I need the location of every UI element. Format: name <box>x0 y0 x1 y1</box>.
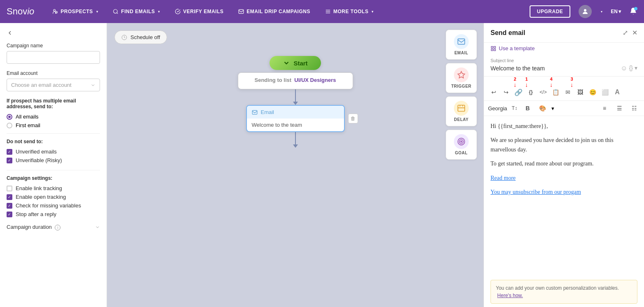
svg-rect-18 <box>491 49 493 51</box>
checkbox-link-tracking[interactable]: Enable link tracking <box>7 185 100 191</box>
subject-value[interactable]: Welcome to the team <box>491 65 617 72</box>
clipboard-button[interactable]: 📋 <box>550 86 561 98</box>
svg-rect-9 <box>252 110 257 114</box>
link-button[interactable]: 🔗 <box>513 86 524 98</box>
svg-rect-3 <box>239 9 244 13</box>
canvas-area: Schedule off Start Sending to list UI/UX… <box>107 23 484 307</box>
right-panel-icons: ⤢ ✕ <box>623 29 637 37</box>
top-navigation: Snovio PROSPECTS ▾ FIND EMAILS ▾ VERIFY … <box>0 0 644 23</box>
checkbox-unverifiable[interactable]: Unverifiable (Risky) <box>7 157 100 163</box>
email-node-wrapper: Email Welcome to the team 🗑 <box>246 105 345 132</box>
right-panel: Send email ⤢ ✕ Use a template Subject li… <box>484 23 644 307</box>
sending-to-node[interactable]: Sending to list UI/UX Designers <box>238 72 353 89</box>
email-greeting: Hi {{first_name:there}}, <box>491 122 637 131</box>
align-left-button[interactable]: ≡ <box>599 102 610 114</box>
node-type-trigger[interactable]: TRIGGER <box>446 63 477 93</box>
svg-rect-16 <box>491 46 493 48</box>
list-bullet-button[interactable]: ☰ <box>614 102 625 114</box>
email-para2: To get started, read more about our prog… <box>491 159 637 168</box>
avatar[interactable] <box>579 5 592 18</box>
svg-point-15 <box>460 141 462 142</box>
text-color-button[interactable]: 🎨 <box>537 102 548 114</box>
nav-more-tools[interactable]: MORE TOOLS ▾ <box>322 7 377 16</box>
use-template-button[interactable]: Use a template <box>484 43 644 54</box>
campaign-duration[interactable]: Campaign duration i <box>7 224 100 230</box>
radio-all-emails[interactable]: All emails <box>7 114 100 120</box>
radio-first-email[interactable]: First email <box>7 122 100 128</box>
svg-point-14 <box>459 140 463 144</box>
node-type-email[interactable]: EMAIL <box>446 30 477 60</box>
nav-find-emails[interactable]: FIND EMAILS ▾ <box>109 7 163 16</box>
nav-verify-emails[interactable]: VERIFY EMAILS <box>172 7 227 16</box>
checkbox-stop-reply[interactable]: Stop after a reply <box>7 211 100 217</box>
list-numbered-button[interactable]: ☷ <box>628 102 640 114</box>
variable-icon[interactable]: {} <box>629 65 633 72</box>
send-button[interactable]: ✉ <box>562 86 574 98</box>
checkbox-stop-reply-box <box>7 212 12 217</box>
campaign-name-input[interactable] <box>7 51 100 64</box>
schedule-button[interactable]: Schedule off <box>114 30 167 44</box>
node-type-goal[interactable]: GOAL <box>446 130 477 160</box>
font-selector[interactable]: Georgia <box>488 105 507 112</box>
subject-line-label: Subject line <box>491 58 637 63</box>
checkbox-unverifiable-box <box>7 158 12 163</box>
emoji-icon[interactable]: ☺ <box>621 65 627 72</box>
emoji-toolbar-button[interactable]: 😊 <box>587 86 598 98</box>
do-not-send-group: Unverified emails Unverifiable (Risky) <box>7 149 100 163</box>
checkbox-open-tracking[interactable]: Enable open tracking <box>7 194 100 200</box>
language-selector[interactable]: EN ▾ <box>611 9 621 14</box>
notification-bell[interactable] <box>629 7 637 16</box>
flow-arrow-2 <box>293 144 298 148</box>
checkbox-missing-vars[interactable]: Check for missing variables <box>7 202 100 209</box>
back-button[interactable] <box>7 30 100 36</box>
email-node[interactable]: Email Welcome to the team <box>246 105 345 132</box>
radio-first-dot <box>7 123 12 128</box>
font-size-large-button[interactable]: A <box>611 86 623 98</box>
right-panel-title: Send email <box>491 29 525 37</box>
unsubscribe-link[interactable]: You may unsubscribe from our progam <box>491 189 581 195</box>
personalization-box: You can add your own custom personalizat… <box>491 280 637 304</box>
font-row: Georgia T↕ B 🎨 ▾ ≡ ☰ ☷ <box>484 101 644 116</box>
close-button[interactable]: ✕ <box>632 29 637 37</box>
bold-button[interactable]: B <box>522 102 533 114</box>
checkbox-open-tracking-box <box>7 194 12 200</box>
redo-button[interactable]: ↪ <box>500 86 512 98</box>
main-layout: Campaign name Email account Choose an em… <box>0 23 644 307</box>
chevron-down-icon[interactable]: ▾ <box>635 65 637 72</box>
email-node-body: Welcome to the team <box>247 119 344 131</box>
svg-rect-17 <box>494 46 495 48</box>
nav-prospects[interactable]: PROSPECTS ▾ <box>49 7 101 16</box>
upgrade-button[interactable]: UPGRADE <box>530 5 571 18</box>
node-type-delay[interactable]: DELAY <box>446 96 477 126</box>
email-account-select[interactable]: Choose an email account <box>7 79 100 91</box>
sending-to-label: Sending to list UI/UX Designers <box>246 77 344 83</box>
delete-node-button[interactable]: 🗑 <box>348 114 358 123</box>
flow-connector-2 <box>295 132 296 144</box>
font-format-button[interactable]: T↕ <box>510 104 518 112</box>
read-more-link[interactable]: Read more <box>491 175 516 181</box>
checkbox-unverified[interactable]: Unverified emails <box>7 149 100 155</box>
node-type-sidebar: EMAIL TRIGGER DELAY GOAL <box>446 30 477 160</box>
subject-line-section: Subject line Welcome to the team ☺ {} ▾ <box>484 54 644 77</box>
email-body[interactable]: Hi {{first_name:there}}, We are so pleas… <box>484 116 644 277</box>
do-not-send-label: Do not send to: <box>7 139 100 144</box>
campaign-name-label: Campaign name <box>7 43 100 49</box>
flow-arrow-1 <box>293 102 298 105</box>
notification-dot <box>634 7 637 10</box>
expand-button[interactable]: ⤢ <box>623 29 628 37</box>
heres-how-link[interactable]: Here's how. <box>497 293 523 298</box>
svg-rect-19 <box>494 49 495 51</box>
checkbox-unverified-box <box>7 149 12 155</box>
variable-button[interactable]: {} <box>525 86 537 98</box>
left-panel: Campaign name Email account Choose an em… <box>0 23 107 307</box>
image-button[interactable]: 🖼 <box>574 86 586 98</box>
flow-connector-1 <box>295 89 296 102</box>
campaign-settings-label: Campaign settings: <box>7 175 100 181</box>
nav-email-drip[interactable]: EMAIL DRIP CAMPAIGNS <box>235 7 314 16</box>
undo-button[interactable]: ↩ <box>488 86 500 98</box>
start-node[interactable]: Start <box>270 56 321 70</box>
svg-point-2 <box>114 9 117 13</box>
code-button[interactable]: </> <box>537 86 549 98</box>
app-logo[interactable]: Snovio <box>7 6 34 17</box>
table-button[interactable]: ⬜ <box>599 86 611 98</box>
